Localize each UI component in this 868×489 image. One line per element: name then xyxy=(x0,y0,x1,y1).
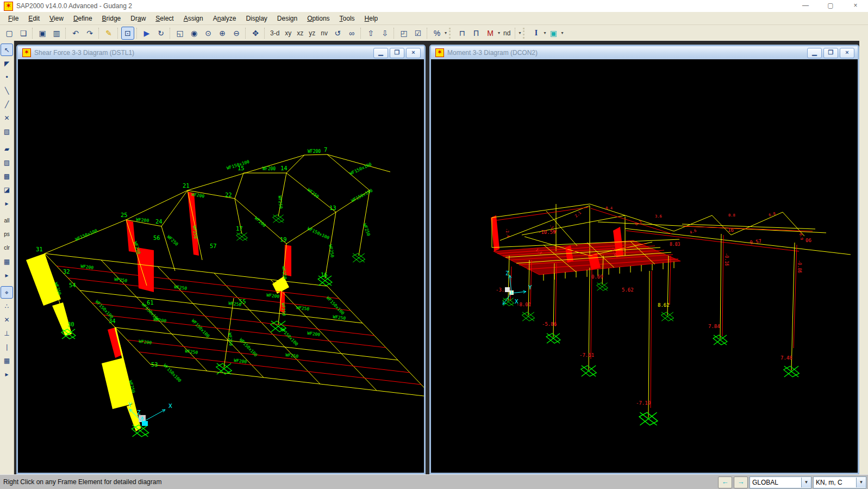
pan-icon[interactable]: ✥ xyxy=(249,27,262,40)
select-using-intersecting-line-icon[interactable]: ▦ xyxy=(1,255,13,268)
menu-tools[interactable]: Tools xyxy=(335,13,360,24)
draw-poly-area-icon[interactable]: ▰ xyxy=(1,143,13,155)
draw-braced-frame-icon[interactable]: Π xyxy=(470,27,483,40)
draw-solid-icon[interactable]: ◪ xyxy=(1,183,13,196)
snap-to-midpoints-icon[interactable]: ∴ xyxy=(1,300,13,312)
toolbar-grip[interactable] xyxy=(523,28,527,39)
child-restore-button[interactable]: ❐ xyxy=(390,48,404,58)
menu-file[interactable]: File xyxy=(3,13,23,24)
rubber-band-zoom-icon[interactable]: ◱ xyxy=(173,27,186,40)
menu-select[interactable]: Select xyxy=(151,13,178,24)
dropdown-caret-icon[interactable]: ▾ xyxy=(544,30,546,35)
zoom-in-icon[interactable]: ⊕ xyxy=(216,27,229,40)
i-section-icon[interactable]: I xyxy=(529,27,542,40)
view-yz-button[interactable]: yz xyxy=(306,28,318,38)
nd-button[interactable]: nd xyxy=(501,28,513,38)
restore-button[interactable]: ▢ xyxy=(818,0,843,12)
new-model-icon[interactable]: ▢ xyxy=(3,27,16,40)
move-up-in-list-icon[interactable]: ⇧ xyxy=(364,27,377,40)
units-select[interactable]: KN, m, C ▼ xyxy=(813,476,866,488)
snap-to-intersections-icon[interactable]: ✕ xyxy=(1,313,13,326)
child-minimize-button[interactable]: ▁ xyxy=(373,48,388,58)
reshape-element-icon[interactable]: ◤ xyxy=(1,57,13,70)
moment-window-titlebar[interactable]: ✶ Moment 3-3 Diagram (DCON2) ▁ ❐ × xyxy=(431,46,858,60)
zoom-out-icon[interactable]: ⊖ xyxy=(230,27,243,40)
print-icon[interactable]: ▥ xyxy=(50,27,63,40)
draw-joint-icon[interactable]: • xyxy=(1,71,13,83)
member-label: 8.62 xyxy=(658,302,670,308)
draw-quick-frame-icon[interactable]: ╱ xyxy=(1,98,13,110)
menu-help[interactable]: Help xyxy=(360,13,383,24)
move-down-in-list-icon[interactable]: ⇩ xyxy=(378,27,391,40)
snap-to-perpendicular-icon[interactable]: ⊥ xyxy=(1,327,13,339)
open-file-icon[interactable]: ❏ xyxy=(17,27,30,40)
start-animation-right-button[interactable]: → xyxy=(734,476,748,488)
axis-label: X xyxy=(168,403,172,410)
draw-area-icon[interactable]: ▩ xyxy=(1,170,13,182)
child-restore-button[interactable]: ❐ xyxy=(823,48,838,58)
toolbar-overflow-icon[interactable]: ▾ xyxy=(519,30,521,35)
view-3d-button[interactable]: 3-d xyxy=(267,28,282,38)
refresh-window-icon[interactable]: ↻ xyxy=(154,27,167,40)
shear-diagram-canvas[interactable]: WF150x100WF200WF150x100WF200WF200WF250WF… xyxy=(18,59,424,473)
previous-zoom-icon[interactable]: ⊙ xyxy=(202,27,215,40)
get-previous-selection-button[interactable]: ps xyxy=(1,228,13,240)
dropdown-caret-icon[interactable]: ▾ xyxy=(561,30,563,35)
select-objects-icon[interactable]: ◰ xyxy=(397,27,410,40)
set-display-options-icon[interactable]: ☑ xyxy=(411,27,424,40)
moment-diagram-canvas[interactable]: -10.59-3.1-8.01-5.86-7.61-7.198.627.847.… xyxy=(431,59,858,473)
menu-analyze[interactable]: Analyze xyxy=(208,13,241,24)
redo-icon[interactable]: ↷ xyxy=(83,27,96,40)
show-deformed-shape-icon[interactable]: % xyxy=(430,27,444,40)
select-all-button[interactable]: all xyxy=(1,214,13,227)
snap-to-grid-icon[interactable]: ▦ xyxy=(1,354,13,367)
draw-braces-icon[interactable]: ✕ xyxy=(1,112,13,124)
menu-assign[interactable]: Assign xyxy=(179,13,208,24)
view-xy-button[interactable]: xy xyxy=(282,28,294,38)
rotate-view-icon[interactable]: ↺ xyxy=(331,27,344,40)
draw-frame-icon[interactable]: ⊓ xyxy=(455,27,469,40)
menu-edit[interactable]: Edit xyxy=(23,13,45,24)
snap-to-joints-icon[interactable]: ⌖ xyxy=(1,286,13,299)
menu-view[interactable]: View xyxy=(45,13,68,24)
clear-selection-button[interactable]: clr xyxy=(1,242,13,254)
minimize-button[interactable]: — xyxy=(793,0,818,12)
dropdown-caret-icon[interactable]: ▾ xyxy=(498,30,500,35)
expand-select-toolbar-icon[interactable]: ▸ xyxy=(1,269,13,281)
menu-options[interactable]: Options xyxy=(302,13,334,24)
lock-model-icon[interactable]: ⊡ xyxy=(121,27,134,40)
menu-draw[interactable]: Draw xyxy=(126,13,151,24)
perspective-toggle-icon[interactable]: ∞ xyxy=(345,27,358,40)
draw-frame-element-icon[interactable]: ╲ xyxy=(1,84,13,97)
start-animation-left-button[interactable]: ← xyxy=(718,476,732,488)
combo-dropdown-icon[interactable]: ▼ xyxy=(856,478,866,487)
view-nv-button[interactable]: nv xyxy=(318,28,330,38)
expand-snap-toolbar-icon[interactable]: ▸ xyxy=(1,368,13,380)
close-button[interactable]: × xyxy=(843,0,868,12)
shear-window-titlebar[interactable]: ✶ Shear Force 3-3 Diagram (DSTL1) ▁ ❐ × xyxy=(18,46,424,60)
draw-section-cut-icon[interactable]: ▧ xyxy=(1,125,13,138)
select-pointer-icon[interactable]: ↖ xyxy=(1,44,13,56)
run-analysis-icon[interactable]: ▶ xyxy=(140,27,153,40)
snap-to-lines-icon[interactable]: ∣ xyxy=(1,341,13,353)
menu-design[interactable]: Design xyxy=(272,13,302,24)
menu-bridge[interactable]: Bridge xyxy=(97,13,126,24)
menu-display[interactable]: Display xyxy=(241,13,272,24)
menu-define[interactable]: Define xyxy=(68,13,97,24)
draw-bridge-icon[interactable]: M xyxy=(484,27,497,40)
view-xz-button[interactable]: xz xyxy=(294,28,306,38)
coordinate-system-select[interactable]: GLOBAL ▼ xyxy=(750,476,811,488)
draw-rect-area-icon[interactable]: ▨ xyxy=(1,156,13,169)
area-section-icon[interactable]: ▣ xyxy=(547,27,560,40)
child-close-button[interactable]: × xyxy=(840,48,854,58)
expand-toolbar-icon[interactable]: ▸ xyxy=(1,197,13,209)
toolbar-overflow-icon[interactable]: ▾ xyxy=(445,30,447,35)
child-minimize-button[interactable]: ▁ xyxy=(807,48,822,58)
child-close-button[interactable]: × xyxy=(406,48,421,58)
combo-dropdown-icon[interactable]: ▼ xyxy=(801,478,811,487)
restore-full-view-icon[interactable]: ◉ xyxy=(188,27,201,40)
save-icon[interactable]: ▣ xyxy=(36,27,49,40)
toolbar-grip[interactable] xyxy=(449,28,453,39)
undo-icon[interactable]: ↶ xyxy=(69,27,82,40)
pencil-draw-icon[interactable]: ✎ xyxy=(102,27,115,40)
